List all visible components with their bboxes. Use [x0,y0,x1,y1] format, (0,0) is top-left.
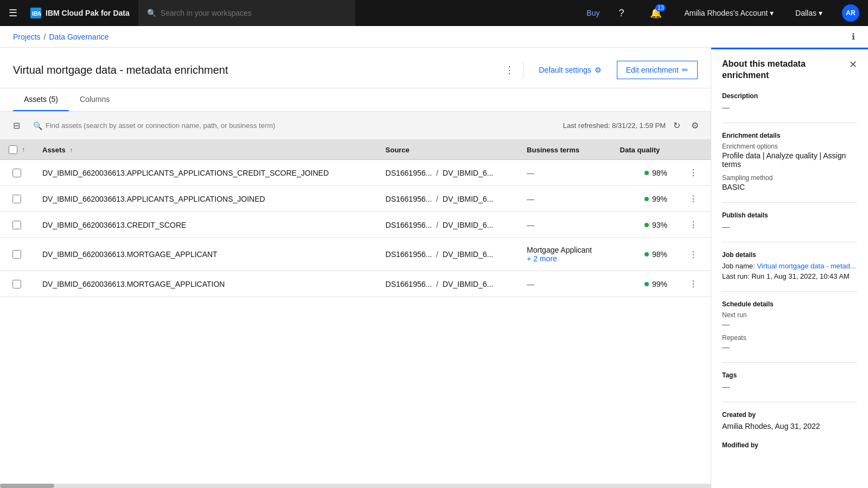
row-menu-cell[interactable]: ⋮ [676,186,711,212]
row-checkbox[interactable] [12,169,21,177]
assets-sort-icon[interactable]: ↑ [69,146,73,154]
account-label: Amilia Rhodes's Account [684,9,768,17]
notifications-button[interactable]: 🔔 13 [643,0,669,26]
col-data-quality[interactable]: Data quality [611,140,676,160]
horizontal-scrollbar[interactable] [0,484,711,488]
chevron-down-icon: ▾ [770,9,774,17]
scrollbar-thumb[interactable] [0,484,54,488]
close-panel-button[interactable]: ✕ [849,59,857,70]
col-assets[interactable]: Assets ↑ [34,140,377,160]
overflow-menu-icon[interactable]: ⋮ [505,64,514,76]
source-separator: / [436,280,441,288]
last-refreshed-text: Last refreshed: 8/31/22, 1:59 PM [563,121,666,130]
avatar[interactable]: AR [842,4,859,22]
row-overflow-menu-icon[interactable]: ⋮ [685,218,702,232]
breadcrumb-data-governance[interactable]: Data Governance [49,33,108,41]
source-cell: DS1661956... / DV_IBMID_6... [377,212,519,238]
sort-icon[interactable]: ↑ [22,146,25,153]
divider-2 [722,202,857,203]
edit-enrichment-button[interactable]: Edit enrichment ✏ [617,61,698,79]
table-toolbar: ⊟ 🔍 Last refreshed: 8/31/22, 1:59 PM ↻ ⚙ [0,112,711,140]
job-name-link[interactable]: Virtual mortgage data - metad... [757,262,856,270]
table-settings-icon[interactable]: ⚙ [688,117,702,134]
refresh-icon[interactable]: ↻ [670,117,684,134]
row-checkbox-cell[interactable] [0,238,34,271]
table-search[interactable]: 🔍 [29,119,559,132]
source-separator: / [436,221,441,229]
divider-3 [722,242,857,242]
business-terms-more[interactable]: + 2 more [527,254,557,263]
row-overflow-menu-icon[interactable]: ⋮ [685,248,702,261]
help-button[interactable]: ? [608,0,634,26]
buy-link[interactable]: Buy [586,9,599,17]
table-row: DV_IBMID_6620036613.MORTGAGE_APPLICATION… [0,271,711,297]
quality-dot-icon [644,197,649,201]
created-by-label: Created by [722,411,857,419]
info-icon[interactable]: ℹ [852,31,855,42]
business-terms-value: — [527,221,534,229]
select-all-checkbox[interactable] [9,145,17,154]
tags-label: Tags [722,371,857,379]
quality-cell: 98% [611,160,676,186]
row-checkbox[interactable] [12,250,21,259]
business-terms-value: — [527,195,534,203]
tabs-bar: Assets (5) Columns [0,88,711,112]
search-input[interactable] [161,9,347,17]
col-source[interactable]: Source [377,140,519,160]
row-overflow-menu-icon[interactable]: ⋮ [685,277,702,291]
row-checkbox-cell[interactable] [0,271,34,297]
col-business-terms[interactable]: Business terms [518,140,611,160]
global-search[interactable]: 🔍 [138,0,355,26]
row-overflow-menu-icon[interactable]: ⋮ [685,166,702,179]
quality-cell: 99% [611,271,676,297]
source-cell: DS1661956... / DV_IBMID_6... [377,186,519,212]
tab-assets[interactable]: Assets (5) [13,88,69,111]
business-terms-cell: Mortgage Applicant + 2 more [518,238,611,271]
row-checkbox-cell[interactable] [0,186,34,212]
tags-value: — [722,382,857,391]
content-area: Virtual mortgage data - metadata enrichm… [0,48,711,488]
source-suffix: DV_IBMID_6... [443,195,493,203]
quality-dot-icon [644,282,649,286]
row-checkbox[interactable] [12,195,21,203]
search-icon: 🔍 [33,121,42,130]
row-menu-cell[interactable]: ⋮ [676,212,711,238]
business-terms-cell: — [518,160,611,186]
hamburger-menu-icon[interactable]: ☰ [9,7,17,19]
source-prefix: DS1661956... [386,169,432,177]
row-checkbox[interactable] [12,221,21,229]
row-checkbox-cell[interactable] [0,160,34,186]
table-row: DV_IBMID_6620036613.MORTGAGE_APPLICANT D… [0,238,711,271]
tab-columns[interactable]: Columns [69,88,120,111]
quality-cell: 93% [611,212,676,238]
select-all-header[interactable]: ↑ [0,140,34,160]
source-separator: / [436,195,441,203]
business-terms-cell: — [518,271,611,297]
row-checkbox[interactable] [12,280,21,288]
asset-name-cell: DV_IBMID_6620036613.CREDIT_SCORE [34,212,377,238]
asset-name-cell: DV_IBMID_6620036613.MORTGAGE_APPLICANT [34,238,377,271]
account-switcher[interactable]: Amilia Rhodes's Account ▾ [678,0,780,26]
assets-table: ↑ Assets ↑ Source Business terms Data qu… [0,140,711,297]
business-terms-value: Mortgage Applicant [527,246,592,254]
table-search-input[interactable] [46,121,554,130]
row-menu-cell[interactable]: ⋮ [676,271,711,297]
col-actions [676,140,711,160]
row-checkbox-cell[interactable] [0,212,34,238]
row-menu-cell[interactable]: ⋮ [676,238,711,271]
job-details-label: Job details [722,251,857,259]
source-suffix: DV_IBMID_6... [443,221,493,229]
breadcrumb-projects[interactable]: Projects [13,33,41,41]
source-prefix: DS1661956... [386,280,432,288]
default-settings-button[interactable]: Default settings ⚙ [532,61,608,79]
row-menu-cell[interactable]: ⋮ [676,160,711,186]
quality-value: 99% [652,195,667,203]
region-switcher[interactable]: Dallas ▾ [789,0,829,26]
business-terms-cell: — [518,212,611,238]
filter-icon[interactable]: ⊟ [9,116,24,135]
row-overflow-menu-icon[interactable]: ⋮ [685,192,702,206]
last-run-label: Last run: [722,272,750,280]
modified-by-label: Modified by [722,441,857,449]
settings-gear-icon: ⚙ [595,66,602,74]
asset-name-cell: DV_IBMID_6620036613.MORTGAGE_APPLICATION [34,271,377,297]
